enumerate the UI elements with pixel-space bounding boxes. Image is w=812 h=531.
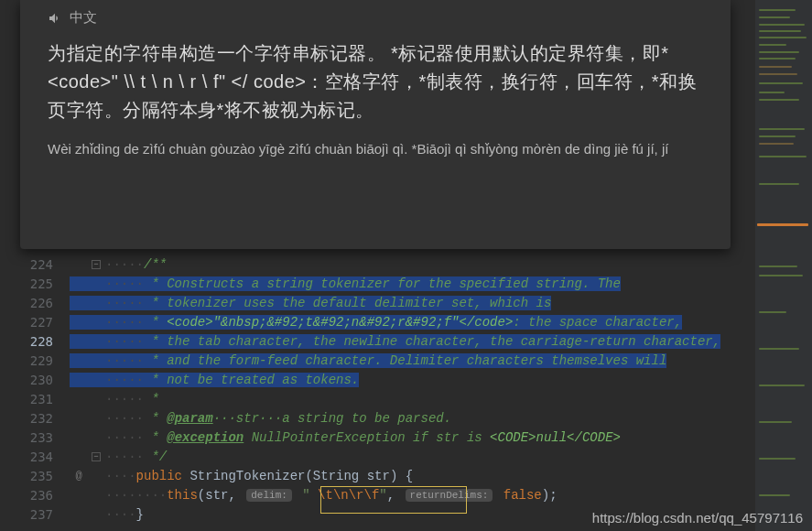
line-number: 224	[0, 257, 70, 272]
line-number: 229	[0, 353, 70, 368]
watermark: https://blog.csdn.net/qq_45797116	[592, 510, 803, 526]
line-number: 237	[0, 507, 70, 522]
pinyin-text: Wèi zhǐdìng de zìfú chuàn gòuzào yīgè zì…	[48, 141, 712, 157]
minimap[interactable]	[755, 0, 812, 531]
javadoc-tag: @param	[167, 411, 212, 426]
param-hint: returnDelims:	[406, 489, 493, 502]
code-editor[interactable]: 224−·····/** 225····· * Constructs a str…	[0, 255, 751, 524]
line-number: 228	[0, 334, 70, 349]
translated-text: 为指定的字符串构造一个字符串标记器。 *标记器使用默认的定界符集，即* <cod…	[48, 39, 712, 125]
line-number: 232	[0, 411, 70, 426]
line-number: 234	[0, 450, 70, 464]
line-number: 231	[0, 392, 70, 406]
line-number: 226	[0, 296, 70, 310]
sound-icon	[48, 11, 62, 26]
line-number: 230	[0, 373, 70, 387]
javadoc-tag: @exception	[167, 430, 244, 445]
fold-toggle-open[interactable]: −	[92, 260, 101, 269]
line-number: 236	[0, 488, 70, 503]
lang-selector[interactable]: 中文	[48, 9, 712, 27]
translation-popup: 中文 为指定的字符串构造一个字符串标记器。 *标记器使用默认的定界符集，即* <…	[20, 0, 731, 249]
line-number: 227	[0, 315, 70, 330]
line-number: 235	[0, 469, 70, 483]
line-number: 233	[0, 430, 70, 445]
line-number: 225	[0, 276, 70, 291]
param-hint: delim:	[246, 489, 292, 502]
fold-toggle-close[interactable]: −	[92, 452, 101, 461]
lang-label: 中文	[70, 9, 97, 27]
override-icon[interactable]: @	[70, 470, 88, 482]
